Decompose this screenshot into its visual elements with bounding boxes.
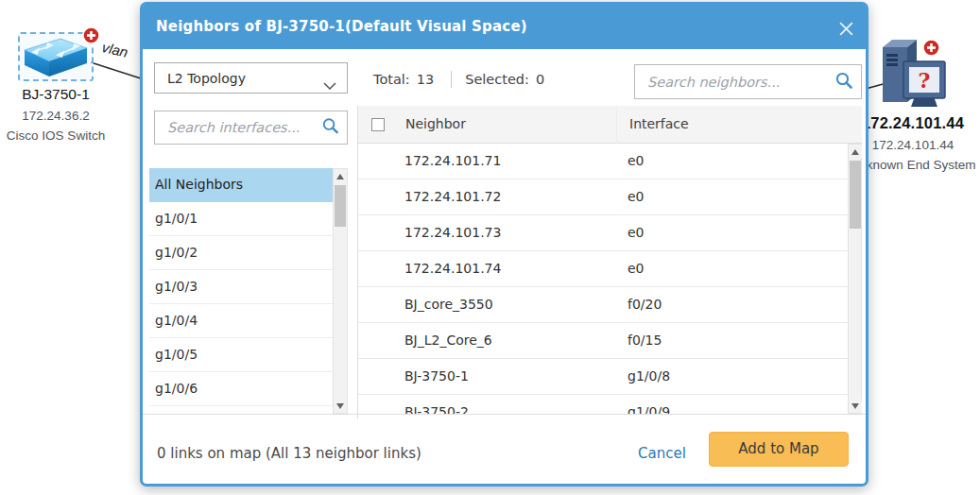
table-header: Neighbor Interface — [358, 106, 862, 144]
table-row[interactable]: 172.24.101.71 e0 — [358, 144, 848, 179]
interface-list-scrollbar[interactable] — [333, 168, 348, 414]
scroll-down-arrow-icon[interactable] — [849, 399, 862, 413]
search-icon[interactable] — [321, 117, 339, 139]
interface-cell: e0 — [628, 251, 645, 286]
neighbor-cell: BJ_core_3550 — [404, 287, 493, 322]
select-all-checkbox[interactable] — [371, 118, 385, 131]
table-row[interactable]: BJ-3750-1 g1/0/8 — [358, 359, 848, 395]
neighbor-cell: BJ_L2_Core_6 — [404, 323, 492, 358]
neighbor-cell: 172.24.101.71 — [404, 144, 501, 179]
neighbor-cell: 172.24.101.73 — [404, 215, 501, 250]
interface-list: All Neighbors g1/0/1 g1/0/2 g1/0/3 — [149, 168, 348, 414]
scrollbar-thumb[interactable] — [335, 185, 346, 227]
interface-cell: e0 — [628, 179, 645, 214]
interface-list-item[interactable]: g1/0/5 — [149, 338, 333, 372]
add-to-map-button[interactable]: Add to Map — [709, 432, 849, 467]
neighbor-cell: 172.24.101.74 — [404, 251, 501, 286]
switch-selection-box — [18, 32, 94, 81]
interface-cell: g1/0/9 — [628, 395, 670, 414]
neighbor-cell: BJ-3750-1 — [404, 359, 469, 394]
search-neighbors-box — [634, 64, 862, 99]
interface-list-item-label: g1/0/3 — [155, 279, 198, 294]
cisco-switch-icon — [23, 35, 89, 78]
search-neighbors-input[interactable] — [635, 65, 861, 98]
toolbar-separator — [451, 71, 452, 88]
table-row[interactable]: 172.24.101.73 e0 — [358, 215, 848, 251]
table-scrollbar[interactable] — [848, 144, 862, 414]
scrollbar-thumb[interactable] — [850, 161, 861, 229]
interface-cell: e0 — [628, 144, 645, 179]
device-name-label: BJ-3750-1 — [0, 86, 112, 103]
network-map-canvas: vlan — [0, 0, 980, 495]
total-count: 13 — [417, 72, 434, 87]
table-row[interactable]: BJ-3750-2 g1/0/9 — [358, 395, 848, 414]
neighbors-table-body: 172.24.101.71 e0 172.24.101.72 e0 172.24… — [358, 144, 848, 414]
scroll-up-arrow-icon[interactable] — [334, 169, 347, 183]
table-row[interactable]: BJ_core_3550 f0/20 — [358, 287, 848, 323]
chevron-down-icon — [323, 76, 336, 94]
neighbor-cell: 172.24.101.72 — [404, 179, 501, 214]
scroll-up-arrow-icon[interactable] — [849, 145, 862, 159]
interface-list-item[interactable]: g1/0/4 — [149, 304, 333, 338]
interface-list-item-label: g1/0/6 — [155, 381, 198, 396]
device-type-label: Cisco IOS Switch — [0, 128, 112, 143]
interface-list-item-label: g1/0/4 — [155, 313, 198, 328]
end-system-icon-wrap: ? — [877, 38, 949, 110]
interface-list-item[interactable]: g1/0/1 — [149, 202, 333, 236]
selected-count: 0 — [536, 72, 544, 87]
map-node-switch[interactable]: BJ-3750-1 172.24.36.2 Cisco IOS Switch — [0, 32, 112, 143]
table-row[interactable]: 172.24.101.72 e0 — [358, 179, 848, 215]
interface-cell: g1/0/8 — [628, 359, 670, 394]
cancel-button[interactable]: Cancel — [638, 439, 686, 468]
scroll-down-arrow-icon[interactable] — [334, 399, 347, 413]
device-ip-label: 172.24.36.2 — [0, 109, 112, 123]
neighbor-cell: BJ-3750-2 — [404, 395, 469, 414]
interface-cell: f0/15 — [628, 323, 662, 358]
search-interfaces-box — [154, 111, 348, 145]
neighbors-dialog: Neighbors of BJ-3750-1(Default Visual Sp… — [140, 2, 868, 486]
interface-list-item[interactable]: g1/0/3 — [149, 270, 333, 304]
close-icon[interactable] — [834, 18, 858, 39]
search-interfaces-input[interactable] — [155, 111, 347, 144]
interface-list-item-label: g1/0/5 — [155, 347, 198, 362]
interface-list-item[interactable]: g1/0/6 — [149, 372, 333, 406]
interface-list-item-label: g1/0/2 — [155, 245, 198, 260]
total-label: Total: — [373, 72, 410, 87]
dialog-title: Neighbors of BJ-3750-1(Default Visual Sp… — [156, 5, 527, 49]
search-icon[interactable] — [834, 71, 853, 94]
interface-cell: e0 — [628, 215, 645, 250]
interface-list-item[interactable]: g1/0/2 — [149, 236, 333, 270]
svg-text:?: ? — [919, 68, 931, 93]
add-plus-badge-icon — [81, 26, 101, 45]
interface-cell: f0/20 — [628, 287, 662, 322]
table-row[interactable]: BJ_L2_Core_6 f0/15 — [358, 323, 848, 359]
links-status-text: 0 links on map (All 13 neighbor links) — [157, 439, 421, 468]
selected-label: Selected: — [465, 72, 529, 87]
footer-divider — [143, 414, 866, 415]
column-header-neighbor: Neighbor — [405, 106, 466, 143]
interface-list-item[interactable]: All Neighbors — [149, 168, 333, 202]
interface-list-item-label: g1/0/1 — [155, 211, 198, 226]
interface-list-item-label: All Neighbors — [155, 177, 243, 192]
table-row[interactable]: 172.24.101.74 e0 — [358, 251, 848, 287]
neighbors-toolbar: Total: 13 Selected: 0 — [373, 67, 544, 92]
add-plus-badge-icon — [921, 38, 941, 58]
dialog-titlebar: Neighbors of BJ-3750-1(Default Visual Sp… — [143, 5, 866, 49]
topology-type-select[interactable]: L2 Topology — [154, 62, 348, 94]
column-header-interface: Interface — [629, 106, 689, 143]
topology-type-value: L2 Topology — [167, 71, 246, 86]
